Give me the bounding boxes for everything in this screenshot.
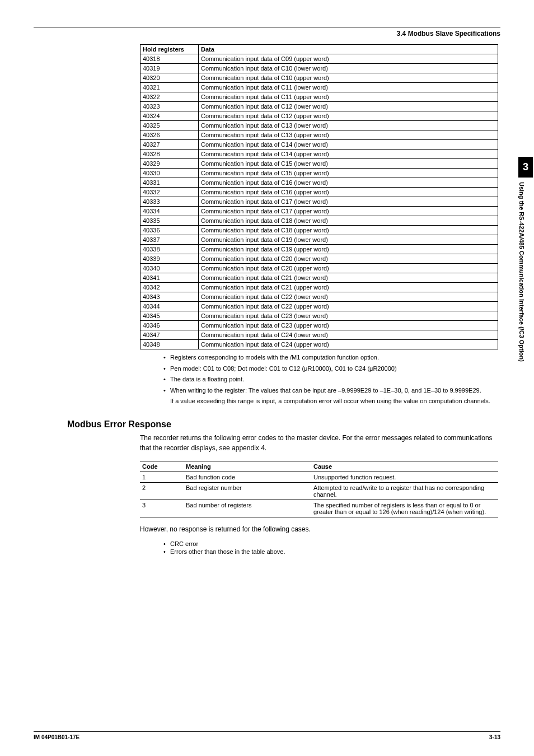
reg-cell: 40325: [140, 121, 199, 130]
reg-cell: 40343: [140, 292, 199, 302]
reg-cell: 40320: [140, 73, 199, 83]
note-item: The data is a floating point.: [162, 375, 500, 384]
hold-th-reg: Hold registers: [140, 45, 199, 54]
footer-right: 3-13: [489, 734, 500, 740]
reg-cell: 40334: [140, 207, 199, 216]
reg-cell: 40335: [140, 216, 199, 226]
reg-cell: 40337: [140, 235, 199, 245]
meaning-cell: Bad number of registers: [184, 500, 311, 517]
post-list: CRC error Errors other than those in the…: [140, 540, 500, 555]
table-row: 40337Communication input data of C19 (lo…: [140, 235, 498, 245]
note-item: Registers corresponding to models with t…: [162, 353, 500, 362]
reg-cell: 40342: [140, 283, 199, 292]
data-cell: Communication input data of C09 (upper w…: [199, 54, 498, 64]
reg-cell: 40327: [140, 140, 199, 150]
reg-cell: 40347: [140, 330, 199, 340]
reg-cell: 40346: [140, 321, 199, 330]
reg-cell: 40330: [140, 169, 199, 178]
table-row: 40336Communication input data of C18 (up…: [140, 226, 498, 235]
chapter-title: Using the RS-422A/485 Communication Inte…: [518, 178, 527, 417]
error-intro: The recorder returns the following error…: [140, 433, 500, 453]
data-cell: Communication input data of C24 (lower w…: [199, 330, 498, 340]
table-row: 40345Communication input data of C23 (lo…: [140, 311, 498, 321]
cause-cell: Attempted to read/write to a register th…: [311, 482, 498, 500]
data-cell: Communication input data of C16 (upper w…: [199, 188, 498, 197]
reg-cell: 40324: [140, 111, 199, 121]
data-cell: Communication input data of C10 (lower w…: [199, 64, 498, 73]
section-header: 3.4 Modbus Slave Specifications: [34, 30, 500, 38]
data-cell: Communication input data of C19 (lower w…: [199, 235, 498, 245]
table-row: 40338Communication input data of C19 (up…: [140, 245, 498, 254]
data-cell: Communication input data of C12 (upper w…: [199, 111, 498, 121]
table-row: 40344Communication input data of C22 (up…: [140, 302, 498, 311]
reg-cell: 40339: [140, 254, 199, 264]
data-cell: Communication input data of C11 (lower w…: [199, 83, 498, 92]
data-cell: Communication input data of C24 (upper w…: [199, 340, 498, 349]
table-row: 40325Communication input data of C13 (lo…: [140, 121, 498, 130]
note-item: When writing to the register: The values…: [162, 386, 500, 395]
table-row: 40330Communication input data of C15 (up…: [140, 169, 498, 178]
table-row: 40347Communication input data of C24 (lo…: [140, 330, 498, 340]
reg-cell: 40326: [140, 130, 199, 140]
table-row: 40342Communication input data of C21 (up…: [140, 283, 498, 292]
table-row: 40319Communication input data of C10 (lo…: [140, 64, 498, 73]
data-cell: Communication input data of C17 (lower w…: [199, 197, 498, 207]
err-th-meaning: Meaning: [184, 461, 311, 472]
table-row: 40321Communication input data of C11 (lo…: [140, 83, 498, 92]
table-row: 40329Communication input data of C15 (lo…: [140, 159, 498, 169]
reg-cell: 40336: [140, 226, 199, 235]
data-cell: Communication input data of C16 (lower w…: [199, 178, 498, 188]
data-cell: Communication input data of C14 (upper w…: [199, 150, 498, 159]
reg-cell: 40341: [140, 273, 199, 283]
note-item: Pen model: C01 to C08; Dot model: C01 to…: [162, 364, 500, 374]
table-row: 40343Communication input data of C22 (lo…: [140, 292, 498, 302]
post-text: However, no response is returned for the…: [140, 524, 500, 534]
reg-cell: 40323: [140, 102, 199, 111]
data-cell: Communication input data of C21 (upper w…: [199, 283, 498, 292]
reg-cell: 40331: [140, 178, 199, 188]
meaning-cell: Bad register number: [184, 482, 311, 500]
reg-cell: 40344: [140, 302, 199, 311]
data-cell: Communication input data of C23 (lower w…: [199, 311, 498, 321]
table-row: 1Bad function codeUnsupported function r…: [140, 472, 498, 482]
hold-th-data: Data: [199, 45, 498, 54]
post-item: CRC error: [162, 540, 500, 547]
reg-cell: 40318: [140, 54, 199, 64]
table-row: 40331Communication input data of C16 (lo…: [140, 178, 498, 188]
meaning-cell: Bad function code: [184, 472, 311, 482]
data-cell: Communication input data of C15 (upper w…: [199, 169, 498, 178]
chapter-number: 3: [518, 157, 533, 178]
reg-cell: 40338: [140, 245, 199, 254]
table-row: 40327Communication input data of C14 (lo…: [140, 140, 498, 150]
code-cell: 1: [140, 472, 184, 482]
data-cell: Communication input data of C21 (lower w…: [199, 273, 498, 283]
table-row: 40341Communication input data of C21 (lo…: [140, 273, 498, 283]
note-continuation: If a value exceeding this range is input…: [162, 396, 500, 406]
error-response-heading: Modbus Error Response: [67, 419, 500, 430]
table-row: 40339Communication input data of C20 (lo…: [140, 254, 498, 264]
reg-cell: 40319: [140, 64, 199, 73]
reg-cell: 40322: [140, 92, 199, 102]
post-item: Errors other than those in the table abo…: [162, 548, 500, 555]
data-cell: Communication input data of C23 (upper w…: [199, 321, 498, 330]
data-cell: Communication input data of C10 (upper w…: [199, 73, 498, 83]
data-cell: Communication input data of C15 (lower w…: [199, 159, 498, 169]
data-cell: Communication input data of C20 (upper w…: [199, 264, 498, 273]
err-th-cause: Cause: [311, 461, 498, 472]
data-cell: Communication input data of C13 (lower w…: [199, 121, 498, 130]
table-row: 40348Communication input data of C24 (up…: [140, 340, 498, 349]
data-cell: Communication input data of C13 (upper w…: [199, 130, 498, 140]
data-cell: Communication input data of C12 (lower w…: [199, 102, 498, 111]
code-cell: 2: [140, 482, 184, 500]
footer-left: IM 04P01B01-17E: [34, 734, 79, 740]
table-row: 40322Communication input data of C11 (up…: [140, 92, 498, 102]
notes-list: Registers corresponding to models with t…: [140, 353, 500, 406]
code-cell: 3: [140, 500, 184, 517]
reg-cell: 40345: [140, 311, 199, 321]
err-th-code: Code: [140, 461, 184, 472]
table-row: 40323Communication input data of C12 (lo…: [140, 102, 498, 111]
data-cell: Communication input data of C22 (lower w…: [199, 292, 498, 302]
table-row: 40320Communication input data of C10 (up…: [140, 73, 498, 83]
data-cell: Communication input data of C18 (lower w…: [199, 216, 498, 226]
table-row: 40332Communication input data of C16 (up…: [140, 188, 498, 197]
